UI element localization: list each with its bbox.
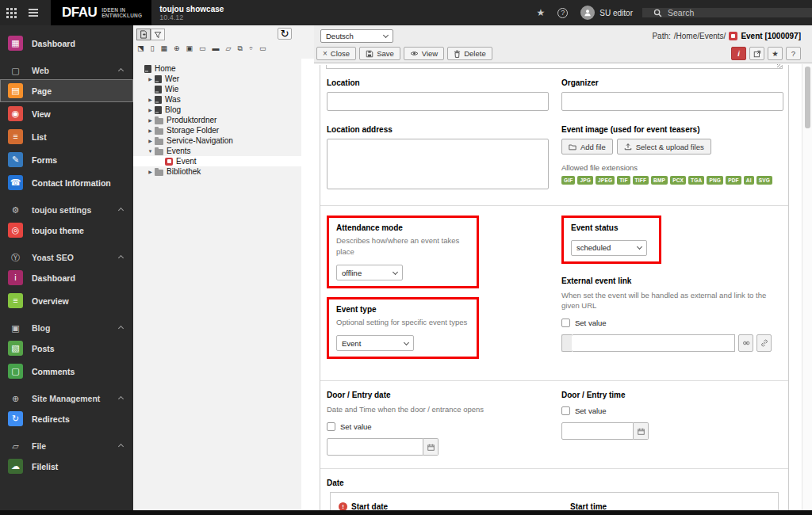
tree-item-events[interactable]: ▼ Events (133, 146, 301, 156)
sidebar-item-contact-information[interactable]: ☎ Contact Information (0, 171, 133, 194)
sidebar-item-comments[interactable]: ▢ Comments (0, 360, 133, 383)
add-file-button[interactable]: Add file (561, 139, 613, 154)
new-page-button[interactable] (136, 29, 151, 40)
tree-item-blog[interactable]: ▶ Blog (133, 105, 301, 115)
docheader-help-button[interactable]: ? (786, 47, 801, 60)
event-status-select[interactable]: scheduled (571, 240, 647, 256)
module-menu-toggle-icon[interactable] (0, 0, 22, 25)
attendance-mode-select[interactable]: offline (336, 265, 403, 280)
organizer-input[interactable] (561, 92, 783, 111)
location-address-input[interactable] (327, 139, 549, 189)
sidebar-section-web[interactable]: ▢ Web (0, 62, 133, 79)
tree-item-service-navigation[interactable]: ▶ Service-Navigation (133, 135, 301, 146)
tree-toggle-icon[interactable]: ▶ (146, 169, 155, 174)
page-type-drag-icon[interactable]: ▭ (199, 44, 206, 52)
external-link-input[interactable] (572, 334, 735, 352)
page-type-drag-icon[interactable]: ▭ (259, 44, 266, 52)
location-input[interactable] (327, 92, 549, 111)
help-icon[interactable]: ? (551, 8, 574, 18)
calendar-icon[interactable] (423, 438, 439, 456)
user-menu[interactable]: SU editor (574, 6, 642, 20)
tree-toggle-icon[interactable]: ▶ (146, 117, 155, 123)
door-date-set-value[interactable]: Set value (327, 422, 549, 431)
page-type-drag-icon[interactable]: ▣ (186, 44, 193, 52)
chevron-up-icon[interactable] (118, 254, 124, 260)
language-select[interactable]: Deutsch (320, 29, 393, 43)
tree-toggle-icon[interactable]: ▶ (146, 128, 155, 133)
content-scrollbar[interactable] (802, 64, 812, 510)
page-type-drag-icon[interactable]: ⊕ (174, 44, 180, 52)
tree-toggle-icon[interactable]: ▶ (146, 138, 155, 143)
record-link-icon[interactable] (738, 334, 753, 352)
door-date-input[interactable] (327, 438, 423, 456)
sidebar-item-dashboard[interactable]: i Dashboard (0, 266, 133, 289)
tree-item-home[interactable]: Home (133, 63, 301, 74)
tree-toggle-icon[interactable]: ▶ (146, 76, 155, 82)
checkbox[interactable] (561, 406, 570, 415)
external-link-set-value[interactable]: Set value (561, 319, 783, 327)
page-type-drag-icon[interactable]: ▯ (151, 44, 155, 52)
info-button[interactable]: i (731, 47, 746, 60)
search-input[interactable]: Search (642, 8, 812, 17)
view-button[interactable]: View (404, 47, 444, 60)
pagetree-toggle-icon[interactable] (22, 0, 44, 25)
chevron-up-icon[interactable] (118, 395, 124, 401)
chevron-up-icon[interactable] (118, 207, 124, 212)
sidebar-item-view[interactable]: ◉ View (0, 102, 133, 125)
sidebar-section-file[interactable]: ▱ File (0, 437, 133, 455)
checkbox[interactable] (561, 319, 570, 327)
sidebar-section-yoast-seo[interactable]: Ⓨ Yoast SEO (0, 249, 133, 266)
chevron-down-icon (383, 32, 389, 37)
page-type-drag-icon[interactable]: ▱ (226, 44, 232, 52)
page-type-drag-icon[interactable]: ÷ (249, 44, 253, 52)
chevron-up-icon[interactable] (118, 67, 124, 73)
page-type-drag-icon[interactable]: ⧉ (237, 44, 242, 52)
sidebar-item-toujou-theme[interactable]: ◎ toujou theme (0, 219, 133, 242)
delete-button[interactable]: Delete (447, 47, 492, 60)
chevron-up-icon[interactable] (118, 325, 124, 330)
page-type-drag-icon[interactable]: ⬔ (137, 44, 144, 52)
dfau-logo[interactable]: DFAU IDEEN IN ENTWICKLUNG (51, 0, 151, 25)
open-new-window-icon[interactable] (749, 47, 764, 60)
scrollbar-thumb[interactable] (805, 67, 810, 128)
tree-toggle-icon[interactable]: ▶ (146, 97, 155, 102)
tree-item-wer[interactable]: ▶ Wer (133, 74, 301, 84)
tree-item-produktordner[interactable]: ▶ Produktordner (133, 115, 301, 125)
sidebar-item-filelist[interactable]: ☁ Filelist (0, 455, 133, 478)
tree-item-storage-folder[interactable]: ▶ Storage Folder (133, 125, 301, 135)
tree-toggle-icon[interactable]: ▼ (146, 149, 155, 154)
page-type-drag-icon[interactable]: ▬ (213, 44, 220, 52)
sidebar-item-posts[interactable]: ▧ Posts (0, 337, 133, 360)
sidebar-item-forms[interactable]: ✎ Forms (0, 148, 133, 171)
sidebar-item-page[interactable]: ▤ Page (0, 79, 133, 102)
tree-item-was[interactable]: ▶ Was (133, 94, 301, 105)
sidebar-item-dashboard[interactable]: ▦ Dashboard (0, 32, 133, 55)
tree-item-bibliothek[interactable]: ▶ Bibliothek (133, 166, 301, 177)
calendar-icon[interactable] (634, 422, 649, 440)
sidebar-item-redirects[interactable]: ↻ Redirects (0, 407, 133, 430)
chevron-up-icon[interactable] (118, 443, 124, 448)
sidebar-item-overview[interactable]: ≡ Overview (0, 289, 133, 312)
tree-item-event[interactable]: Event (133, 156, 301, 166)
door-time-input[interactable] (561, 422, 634, 440)
refresh-icon[interactable]: ↻ (278, 28, 292, 40)
filter-button[interactable] (151, 29, 165, 40)
close-button[interactable]: × Close (316, 47, 356, 60)
bookmark-star-icon[interactable]: ★ (530, 7, 552, 18)
sidebar-section-site-management[interactable]: ⊕ Site Management (0, 390, 133, 407)
sidebar-section-blog[interactable]: ▣ Blog (0, 319, 133, 337)
sidebar-item-list[interactable]: ≡ List (0, 125, 133, 148)
link-icon[interactable] (756, 334, 772, 352)
select-upload-button[interactable]: Select & upload files (617, 139, 711, 154)
page-type-drag-icon[interactable]: ▦ (160, 44, 167, 52)
sidebar-section-toujou-settings[interactable]: ⚙ toujou settings (0, 201, 133, 219)
event-type-select[interactable]: Event (336, 335, 414, 351)
tree-toggle-icon[interactable]: ▶ (146, 107, 155, 113)
save-button[interactable]: Save (359, 47, 400, 60)
checkbox[interactable] (327, 422, 335, 431)
tree-scrollbar[interactable] (301, 59, 314, 510)
tree-item-wie[interactable]: Wie (133, 84, 301, 94)
bookmark-icon[interactable]: ★ (768, 47, 783, 60)
event-record-icon (729, 32, 737, 40)
door-time-set-value[interactable]: Set value (561, 406, 783, 415)
